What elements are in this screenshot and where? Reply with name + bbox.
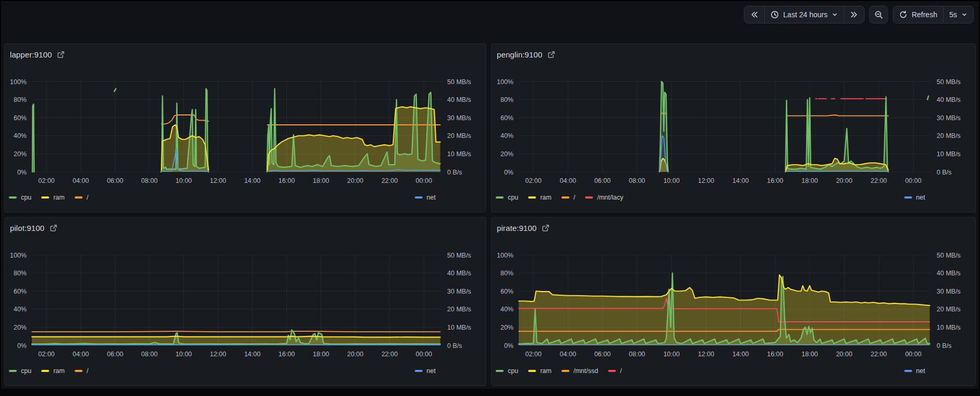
panel-header[interactable]: pilot:9100 <box>10 222 57 234</box>
x-axis-label: 08:00 <box>141 177 157 184</box>
panel-title[interactable]: penglin:9100 <box>497 50 542 59</box>
y-axis-left-label: 60% <box>14 288 27 295</box>
series-ram-area <box>161 125 208 172</box>
external-link-icon[interactable] <box>57 51 65 59</box>
panel-title[interactable]: lapper:9100 <box>10 50 52 59</box>
x-axis-label: 16:00 <box>767 177 783 184</box>
zoom-out-button[interactable] <box>869 6 888 24</box>
panel-title[interactable]: pirate:9100 <box>497 224 536 232</box>
y-axis-right-label: 30 MB/s <box>937 114 961 122</box>
legend-item--mnt-lacy[interactable]: /mnt/lacy <box>585 194 623 201</box>
legend-label: net <box>916 194 925 201</box>
refresh-interval-dropdown[interactable]: 5s <box>943 6 973 23</box>
panel-title[interactable]: pilot:9100 <box>10 224 44 232</box>
legend-label: ram <box>53 194 65 201</box>
chart-penglin[interactable]: 0%20%40%60%80%100%0 B/s10 MB/s20 MB/s30 … <box>492 44 976 213</box>
y-axis-left-label: 40% <box>14 132 27 139</box>
x-axis-label: 06:00 <box>107 177 123 184</box>
y-axis-right-label: 40 MB/s <box>447 96 471 103</box>
external-link-icon[interactable] <box>50 224 57 232</box>
y-axis-left-label: 40% <box>14 306 27 313</box>
y-axis-right-label: 40 MB/s <box>937 270 961 277</box>
panel-header[interactable]: pirate:9100 <box>497 222 550 234</box>
legend-item--[interactable]: / <box>608 367 622 375</box>
legend-label: ram <box>53 367 65 375</box>
x-axis-label: 00:00 <box>416 177 432 184</box>
legend-swatch <box>608 370 616 372</box>
x-axis-label: 02:00 <box>38 177 54 184</box>
legend-item--[interactable]: / <box>75 194 88 201</box>
y-axis-left-label: 20% <box>14 150 27 158</box>
legend-swatch <box>415 196 423 199</box>
series-/-line <box>161 115 208 124</box>
refresh-interval-value: 5s <box>949 10 957 19</box>
legend-item-net[interactable]: net <box>415 367 436 375</box>
x-axis-label: 18:00 <box>313 351 329 358</box>
series-net-line <box>786 171 888 171</box>
legend-item-net[interactable]: net <box>904 367 925 375</box>
panel-penglin-9100: penglin:9100 0%20%40%60%80%100%0 B/s10 M… <box>491 43 976 213</box>
legend-swatch <box>528 196 536 199</box>
chevrons-left-icon <box>750 10 759 19</box>
x-axis-label: 10:00 <box>663 177 680 184</box>
x-axis-label: 14:00 <box>244 177 260 184</box>
legend-swatch <box>75 370 83 372</box>
x-axis-label: 18:00 <box>801 351 818 358</box>
y-axis-left-label: 100% <box>497 78 514 86</box>
panel-header[interactable]: penglin:9100 <box>497 48 555 61</box>
legend-label: / <box>87 194 88 201</box>
legend-item-ram[interactable]: ram <box>528 194 552 201</box>
chart-lapper[interactable]: 0%20%40%60%80%100%0 B/s10 MB/s20 MB/s30 … <box>5 44 487 213</box>
x-axis-label: 00:00 <box>905 177 921 184</box>
legend-item-cpu[interactable]: cpu <box>496 367 518 375</box>
time-shift-forward-button[interactable] <box>844 6 864 23</box>
legend-label: /mnt/ssd <box>574 367 598 375</box>
series-ram-area <box>519 275 930 345</box>
legend-item-cpu[interactable]: cpu <box>9 367 31 375</box>
y-axis-right-label: 30 MB/s <box>447 288 471 295</box>
legend-item-ram[interactable]: ram <box>41 367 65 375</box>
legend-item-ram[interactable]: ram <box>528 367 552 375</box>
refresh-button[interactable]: Refresh <box>893 6 943 23</box>
x-axis-label: 04:00 <box>73 351 89 358</box>
clock-icon <box>771 10 779 19</box>
legend-item-net[interactable]: net <box>904 194 925 201</box>
legend-swatch <box>75 196 83 199</box>
legend-item--[interactable]: / <box>562 194 575 201</box>
time-shift-back-button[interactable] <box>744 6 764 23</box>
y-axis-right-label: 20 MB/s <box>447 306 471 313</box>
x-axis-label: 08:00 <box>141 351 157 358</box>
x-axis-label: 22:00 <box>871 177 887 184</box>
time-picker-group: Last 24 hours <box>744 6 865 24</box>
y-axis-left-label: 20% <box>14 324 27 331</box>
time-range-picker[interactable]: Last 24 hours <box>764 6 844 23</box>
chart-pilot[interactable]: 0%20%40%60%80%100%0 B/s10 MB/s20 MB/s30 … <box>5 217 487 387</box>
legend-swatch <box>904 370 912 372</box>
legend-label: net <box>427 367 436 375</box>
legend-item--[interactable]: / <box>75 367 88 375</box>
legend-right: net <box>415 367 436 375</box>
y-axis-left-label: 60% <box>500 114 514 122</box>
legend-item--mnt-ssd[interactable]: /mnt/ssd <box>562 367 598 375</box>
legend-item-ram[interactable]: ram <box>41 194 65 201</box>
x-axis-label: 20:00 <box>347 351 363 358</box>
external-link-icon[interactable] <box>547 51 555 59</box>
legend-left: cpuram/ <box>9 194 88 201</box>
legend-swatch <box>904 196 912 199</box>
legend-swatch <box>9 196 17 199</box>
legend-item-cpu[interactable]: cpu <box>9 194 31 201</box>
legend-item-cpu[interactable]: cpu <box>496 194 518 201</box>
y-axis-left-label: 60% <box>500 288 514 295</box>
chart-pirate[interactable]: 0%20%40%60%80%100%0 B/s10 MB/s20 MB/s30 … <box>492 217 976 387</box>
series-ram-line <box>32 336 440 337</box>
external-link-icon[interactable] <box>542 224 550 232</box>
y-axis-left-label: 100% <box>10 252 27 259</box>
panel-header[interactable]: lapper:9100 <box>10 48 65 61</box>
legend-right: net <box>904 367 925 375</box>
y-axis-right-label: 50 MB/s <box>937 252 961 259</box>
legend-swatch <box>41 196 49 199</box>
series-cpu-line <box>114 89 116 91</box>
series-/-line <box>32 331 440 332</box>
y-axis-right-label: 10 MB/s <box>937 150 961 158</box>
legend-item-net[interactable]: net <box>415 194 436 201</box>
